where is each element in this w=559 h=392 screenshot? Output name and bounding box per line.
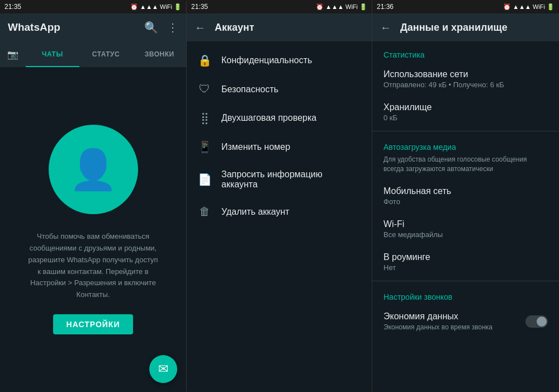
delete-icon: 🗑 [198,205,211,218]
data-saving-toggle[interactable] [525,315,548,328]
app-title: WhatsApp [8,21,144,34]
wifi-sub: Все медиафайлы [383,230,548,239]
autodownload-desc: Для удобства общения голосовые сообщения… [372,155,559,180]
storage-item[interactable]: Хранилище 0 кБ [372,96,559,129]
change-number-item[interactable]: 📱 Изменить номер [187,133,372,162]
signal-icon: ▲▲▲ [140,3,158,10]
network-usage-title: Использование сети [383,69,548,79]
permission-text: Чтобы помочь вам обмениваться сообщениям… [26,231,160,301]
panel-2: 21:35 ⏰ ▲▲▲ WiFi 🔋 ← Аккаунт 🔒 Конфиденц… [186,0,372,392]
status-bar-2: 21:35 ⏰ ▲▲▲ WiFi 🔋 [187,0,372,13]
security-icon: 🛡 [198,83,211,96]
delete-account-item[interactable]: 🗑 Удалить аккаунт [187,197,372,226]
delete-label: Удалить аккаунт [221,207,290,217]
mobile-network-sub: Фото [383,197,548,206]
alarm-icon: ⏰ [130,3,138,11]
change-number-label: Изменить номер [221,142,290,152]
storage-title: Хранилище [383,102,548,112]
privacy-item[interactable]: 🔒 Конфиденциальность [187,46,372,75]
data-saving-item[interactable]: Экономия данных Экономия данных во время… [372,305,559,339]
alarm-icon-3: ⏰ [503,3,511,11]
wifi-icon-3: WiFi [533,3,545,10]
camera-icon: 📷 [7,49,18,60]
request-info-icon: 📄 [198,173,211,186]
tab-chats[interactable]: ЧАТЫ [26,41,79,67]
privacy-icon: 🔒 [198,54,211,67]
wifi-item[interactable]: Wi-Fi Все медиафайлы [372,212,559,245]
status-bar-1: 21:35 ⏰ ▲▲▲ WiFi 🔋 [0,0,186,13]
two-step-label: Двухшаговая проверка [221,113,316,123]
settings-button[interactable]: НАСТРОЙКИ [53,314,134,334]
tab-calls[interactable]: ЗВОНКИ [132,41,186,67]
roaming-item[interactable]: В роуминге Нет [372,245,559,278]
signal-icon-3: ▲▲▲ [513,3,531,10]
divider-2 [372,281,559,281]
network-usage-item[interactable]: Использование сети Отправлено: 49 кБ • П… [372,63,559,96]
time-1: 21:35 [4,3,21,11]
back-bar-2: ← Аккаунт [187,13,372,41]
roaming-title: В роуминге [383,252,548,262]
wifi-icon-2: WiFi [345,3,358,10]
time-3: 21:36 [377,3,394,11]
status-bar-3: 21:36 ⏰ ▲▲▲ WiFi 🔋 [372,0,559,13]
panel-1: 21:35 ⏰ ▲▲▲ WiFi 🔋 WhatsApp 🔍 ⋮ 📷 ЧАТЫ С… [0,0,186,392]
avatar-circle: 👤 [49,125,138,214]
new-chat-icon: ✉ [158,362,168,376]
data-saving-info: Экономия данных Экономия данных во время… [383,311,519,332]
data-saving-title: Экономия данных [383,311,519,322]
mobile-network-title: Мобильная сеть [383,186,548,196]
contact-icon: 👤 [69,147,117,192]
alarm-icon-2: ⏰ [316,3,324,11]
camera-tab[interactable]: 📷 [0,49,26,60]
battery-icon: 🔋 [174,3,182,11]
tab-status[interactable]: СТАТУС [79,41,133,67]
status-icons-3: ⏰ ▲▲▲ WiFi 🔋 [503,3,555,11]
time-2: 21:35 [191,3,208,11]
two-step-item[interactable]: ⣿ Двухшаговая проверка [187,103,372,133]
panel-3-body: Статистика Использование сети Отправлено… [372,41,559,392]
panel2-title: Аккаунт [215,22,254,34]
account-settings-list: 🔒 Конфиденциальность 🛡 Безопасность ⣿ Дв… [187,41,372,392]
divider-1 [372,131,559,131]
battery-icon-3: 🔋 [547,3,555,11]
app-bar-icons: 🔍 ⋮ [144,21,178,34]
change-number-icon: 📱 [198,140,211,154]
privacy-label: Конфиденциальность [221,55,312,65]
two-step-icon: ⣿ [198,111,211,125]
security-label: Безопасность [221,84,278,95]
wifi-icon: WiFi [160,3,172,10]
data-saving-sub: Экономия данных во время звонка [383,323,519,332]
back-button-2[interactable]: ← [195,21,206,34]
statistics-header: Статистика [372,41,559,63]
wifi-title: Wi-Fi [383,219,548,229]
tabs: 📷 ЧАТЫ СТАТУС ЗВОНКИ [0,41,186,67]
panel3-title: Данные и хранилище [400,22,508,34]
battery-icon-2: 🔋 [359,3,367,11]
request-info-label: Запросить информацию аккаунта [221,169,361,190]
security-item[interactable]: 🛡 Безопасность [187,75,372,103]
panel-3: 21:36 ⏰ ▲▲▲ WiFi 🔋 ← Данные и хранилище … [372,0,559,392]
panel-1-body: 👤 Чтобы помочь вам обмениваться сообщени… [0,67,186,392]
status-icons-1: ⏰ ▲▲▲ WiFi 🔋 [130,3,182,11]
request-info-item[interactable]: 📄 Запросить информацию аккаунта [187,162,372,197]
network-usage-sub: Отправлено: 49 кБ • Получено: 6 кБ [383,81,548,89]
back-button-3[interactable]: ← [380,21,391,34]
mobile-network-item[interactable]: Мобильная сеть Фото [372,180,559,212]
status-icons-2: ⏰ ▲▲▲ WiFi 🔋 [316,3,367,11]
roaming-sub: Нет [383,263,548,272]
search-icon[interactable]: 🔍 [144,21,158,34]
storage-sub: 0 кБ [383,114,548,122]
autodownload-header: Автозагрузка медиа [372,134,559,155]
menu-icon[interactable]: ⋮ [167,21,178,34]
call-settings-header: Настройки звонков [372,284,559,305]
app-bar-1: WhatsApp 🔍 ⋮ [0,13,186,41]
signal-icon-2: ▲▲▲ [325,3,344,10]
new-chat-fab[interactable]: ✉ [149,355,177,383]
back-bar-3: ← Данные и хранилище [372,13,559,41]
